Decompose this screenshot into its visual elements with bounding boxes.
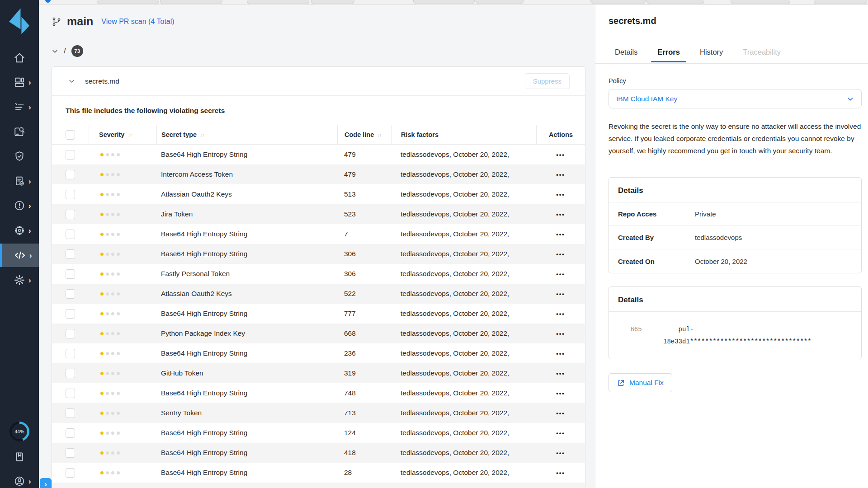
tab-errors[interactable]: Errors	[651, 48, 686, 62]
violations-count-badge: 73	[71, 45, 83, 57]
column-header-code-line[interactable]: Code line↓↑	[337, 125, 392, 144]
manual-fix-button[interactable]: Manual Fix	[609, 373, 672, 392]
row-actions-button[interactable]: •••	[556, 151, 565, 158]
table-row[interactable]: GitHub Token 319 tedlassodevops, October…	[52, 363, 585, 383]
row-checkbox[interactable]	[66, 349, 75, 358]
severity-dot	[106, 173, 109, 176]
row-actions-button[interactable]: •••	[556, 231, 565, 238]
sidebar-item-settings[interactable]: ›	[0, 269, 39, 291]
sidebar-item-code-active[interactable]: ›	[0, 244, 39, 267]
secret-type-cell: Base64 High Entropy String	[156, 429, 337, 437]
row-actions-button[interactable]: •••	[556, 350, 565, 357]
sidebar-item-policies[interactable]: ›	[0, 96, 39, 118]
row-actions-button[interactable]: •••	[556, 390, 565, 397]
row-actions-button[interactable]: •••	[556, 171, 565, 178]
browser-favicon-dot	[45, 0, 51, 3]
column-header-secret-type[interactable]: Secret type↓↑	[156, 125, 337, 144]
file-card-header[interactable]: secrets.md Suppress	[52, 67, 585, 96]
code-card: Details 665 pul-18e33d1*****************…	[609, 286, 862, 359]
table-row[interactable]: Base64 High Entropy String 7 tedlassodev…	[52, 224, 585, 244]
risk-factors-cell: tedlassodevops, October 20, 2022,	[392, 369, 536, 377]
table-row[interactable]: Sentry Token 713 tedlassodevops, October…	[52, 403, 585, 423]
branch-name: main	[67, 15, 93, 28]
row-actions-button[interactable]: •••	[556, 330, 565, 337]
sidebar-item-engines[interactable]: ›	[0, 219, 39, 242]
chevron-right-icon: ›	[28, 478, 31, 485]
table-row[interactable]: Base64 High Entropy String 777 tedlassod…	[52, 304, 585, 324]
select-all-checkbox[interactable]	[66, 130, 75, 140]
severity-dot	[100, 253, 104, 256]
row-checkbox[interactable]	[66, 389, 75, 398]
row-checkbox[interactable]	[66, 289, 75, 299]
table-row[interactable]: Base64 High Entropy String 479 tedlassod…	[52, 145, 585, 164]
row-checkbox[interactable]	[66, 309, 75, 319]
secret-type-cell: Base64 High Entropy String	[156, 150, 337, 159]
row-actions-button[interactable]: •••	[556, 370, 565, 377]
chevron-down-icon[interactable]	[52, 48, 58, 55]
table-row[interactable]: Jira Token 523 tedlassodevops, October 2…	[52, 204, 585, 224]
table-row[interactable]: Base64 High Entropy String 306 tedlassod…	[52, 244, 585, 264]
sidebar-item-asset-search[interactable]	[0, 121, 39, 143]
row-checkbox[interactable]	[66, 210, 75, 219]
table-row[interactable]: Base64 High Entropy String 28 tedlassode…	[52, 463, 585, 483]
row-checkbox[interactable]	[66, 269, 75, 279]
row-checkbox[interactable]	[66, 190, 75, 199]
view-pr-scan-link[interactable]: View PR scan (4 Total)	[101, 18, 174, 26]
sidebar-item-reports[interactable]: ›	[0, 170, 39, 192]
sidebar-item-account[interactable]: ›	[0, 470, 39, 488]
sort-icon[interactable]: ↓↑	[127, 132, 132, 137]
suppress-button[interactable]: Suppress	[525, 73, 570, 89]
row-actions-button[interactable]: •••	[556, 251, 565, 258]
severity-dot	[106, 372, 109, 375]
gear-icon	[14, 274, 25, 286]
row-actions-button[interactable]: •••	[556, 191, 565, 198]
row-checkbox[interactable]	[66, 170, 75, 179]
row-actions-button[interactable]: •••	[556, 430, 565, 436]
row-actions-button[interactable]: •••	[556, 310, 565, 317]
row-checkbox[interactable]	[66, 150, 75, 160]
tab-details[interactable]: Details	[609, 48, 644, 62]
policy-dropdown[interactable]: IBM Cloud IAM Key	[609, 89, 862, 108]
table-row[interactable]: Python Package Index Key 668 tedlassodev…	[52, 324, 585, 343]
tabs-divider	[595, 63, 868, 64]
severity-dots	[89, 352, 156, 355]
row-checkbox[interactable]	[66, 468, 75, 478]
sidebar-item-home[interactable]	[0, 47, 39, 69]
row-checkbox[interactable]	[66, 448, 75, 458]
row-actions-button[interactable]: •••	[556, 410, 565, 417]
sort-icon[interactable]: ↓↑	[200, 132, 204, 137]
sort-icon[interactable]: ↓↑	[377, 132, 381, 137]
table-row[interactable]: Base64 High Entropy String 236 tedlassod…	[52, 343, 585, 363]
table-row[interactable]: Base64 High Entropy String 418 tedlassod…	[52, 443, 585, 463]
table-row[interactable]: Atlassian Oauth2 Keys 513 tedlassodevops…	[52, 184, 585, 204]
row-actions-button[interactable]: •••	[556, 450, 565, 456]
panel-tabs: DetailsErrorsHistoryTraceability	[609, 48, 861, 62]
row-checkbox[interactable]	[66, 249, 75, 259]
row-actions-button[interactable]: •••	[556, 291, 565, 297]
chevron-down-icon[interactable]	[68, 78, 75, 84]
app-logo[interactable]	[9, 8, 30, 36]
row-checkbox[interactable]	[66, 329, 75, 338]
table-row[interactable]: Base64 High Entropy String 748 tedlassod…	[52, 383, 585, 403]
table-row[interactable]: Atlassian Oauth2 Keys 522 tedlassodevops…	[52, 284, 585, 304]
row-checkbox[interactable]	[66, 230, 75, 239]
sidebar-item-shield[interactable]	[0, 145, 39, 168]
tab-history[interactable]: History	[693, 48, 729, 62]
secret-type-cell: Base64 High Entropy String	[156, 389, 337, 397]
risk-factors-cell: tedlassodevops, October 20, 2022,	[392, 389, 536, 397]
row-actions-button[interactable]: •••	[556, 211, 565, 218]
row-checkbox[interactable]	[66, 408, 75, 418]
row-checkbox[interactable]	[66, 369, 75, 378]
table-row[interactable]: Fastly Personal Token 306 tedlassodevops…	[52, 264, 585, 284]
sidebar-expand-button[interactable]: ›	[40, 478, 52, 488]
sidebar-item-docs[interactable]	[0, 446, 39, 468]
table-row[interactable]: Base64 High Entropy String 124 tedlassod…	[52, 423, 585, 443]
sidebar-item-alerts[interactable]: ›	[0, 194, 39, 217]
column-header-severity[interactable]: Severity↓↑	[89, 125, 156, 144]
sidebar-item-dashboard[interactable]: ›	[0, 71, 39, 94]
row-actions-button[interactable]: •••	[556, 271, 565, 277]
table-row[interactable]: Intercom Access Token 479 tedlassodevops…	[52, 164, 585, 184]
table-row-partial[interactable]	[52, 483, 585, 488]
row-actions-button[interactable]: •••	[556, 469, 565, 476]
row-checkbox[interactable]	[66, 428, 75, 438]
